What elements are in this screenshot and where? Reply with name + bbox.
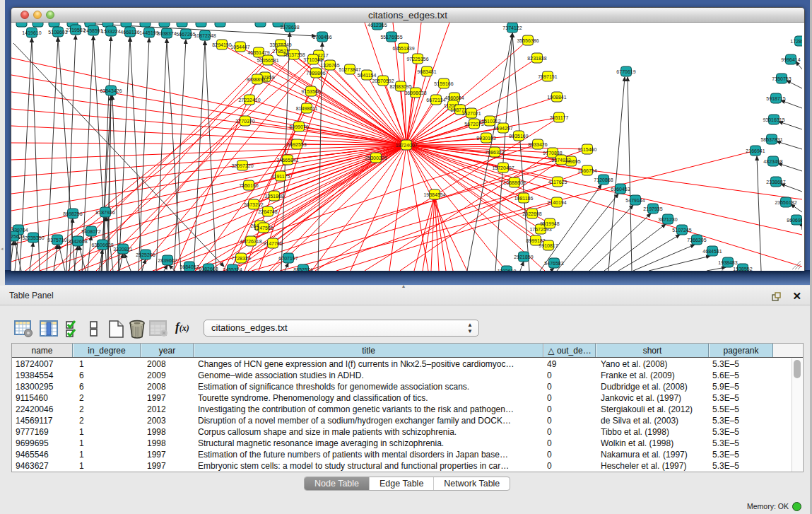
svg-text:1054447: 1054447 [230,45,249,49]
svg-text:9683481: 9683481 [417,69,436,74]
svg-text:7120868: 7120868 [594,177,613,182]
svg-text:9996414: 9996414 [781,57,800,62]
svg-text:3684052: 3684052 [180,264,199,269]
svg-text:2022698: 2022698 [522,211,541,216]
svg-text:5374922: 5374922 [551,158,570,163]
svg-text:63606628: 63606628 [91,243,113,247]
svg-text:4860684: 4860684 [445,95,464,100]
svg-text:1981186: 1981186 [514,196,534,201]
svg-text:8099076: 8099076 [289,124,308,129]
svg-text:7728339: 7728339 [231,256,250,261]
svg-text:58537831: 58537831 [760,137,782,142]
svg-text:8999183: 8999183 [526,238,545,243]
svg-text:7366205: 7366205 [687,238,706,243]
svg-text:9770838: 9770838 [543,151,562,156]
svg-text:36998038: 36998038 [404,90,426,95]
svg-text:6692553: 6692553 [287,142,306,147]
svg-text:2264748: 2264748 [258,209,277,214]
svg-text:3351868: 3351868 [264,194,283,199]
svg-text:5918715: 5918715 [766,96,785,101]
svg-text:7089806: 7089806 [306,71,325,76]
svg-text:9147706: 9147706 [263,241,282,246]
svg-text:8930103: 8930103 [476,136,495,141]
svg-text:5667265: 5667265 [176,32,195,37]
svg-text:7986322: 7986322 [485,150,504,155]
svg-text:5673212: 5673212 [244,202,263,207]
svg-text:32097220: 32097220 [231,163,253,168]
svg-text:5108603: 5108603 [48,30,67,35]
svg-text:78137358: 78137358 [283,52,305,57]
svg-text:4684531: 4684531 [702,249,722,254]
svg-text:10688609: 10688609 [503,180,525,185]
svg-text:5479144: 5479144 [625,198,645,203]
svg-text:10872248: 10872248 [194,33,216,38]
svg-text:7550190: 7550190 [239,183,258,188]
svg-text:25300205: 25300205 [365,156,387,160]
svg-text:81498611: 81498611 [296,106,318,111]
svg-text:5476583: 5476583 [544,261,563,266]
svg-text:3678638: 3678638 [280,25,299,30]
svg-text:63843426: 63843426 [100,88,122,93]
svg-text:5159166: 5159166 [434,81,453,86]
svg-text:8038374: 8038374 [157,31,176,36]
svg-text:1326765: 1326765 [320,63,339,68]
svg-text:6708456: 6708456 [312,35,331,40]
svg-text:27232410: 27232410 [238,98,260,103]
svg-text:5408072: 5408072 [81,229,100,234]
svg-text:5041154: 5041154 [358,73,377,78]
svg-text:2839607: 2839607 [158,258,177,263]
svg-text:4612365: 4612365 [367,23,387,28]
svg-text:4117625: 4117625 [548,180,567,185]
svg-text:9115460: 9115460 [578,147,597,152]
svg-text:2338687: 2338687 [766,180,785,185]
svg-text:19384554: 19384554 [423,192,445,197]
svg-text:50056581: 50056581 [257,58,278,63]
svg-text:45351479: 45351479 [247,50,269,55]
svg-text:8935169: 8935169 [509,134,528,139]
svg-text:2458591: 2458591 [83,28,102,33]
svg-text:52235350: 52235350 [22,235,44,240]
svg-text:4594297: 4594297 [493,126,512,131]
svg-text:24665841: 24665841 [276,158,298,163]
svg-text:3342608: 3342608 [68,239,87,244]
svg-text:35556386: 35556386 [517,38,539,43]
svg-text:1247595: 1247595 [254,226,273,230]
svg-text:2651177: 2651177 [550,115,569,120]
svg-text:82383095: 82383095 [389,84,411,89]
svg-text:1908841: 1908841 [547,95,566,100]
svg-text:3871230: 3871230 [658,217,677,222]
svg-text:3320821: 3320821 [113,247,132,252]
svg-text:8294150: 8294150 [212,42,231,47]
svg-text:15720407: 15720407 [492,165,514,170]
svg-text:9375710: 9375710 [47,238,66,243]
svg-text:8187926: 8187926 [95,210,114,215]
svg-text:1527021: 1527021 [461,111,481,116]
svg-text:6770619: 6770619 [616,69,635,74]
svg-text:5107245: 5107245 [672,228,691,233]
svg-text:9910817: 9910817 [539,243,558,248]
svg-text:5672073: 5672073 [464,122,483,127]
svg-text:4823498: 4823498 [763,159,782,164]
svg-text:3770370: 3770370 [235,119,254,124]
svg-text:2719583: 2719583 [66,28,85,33]
svg-text:97225156: 97225156 [406,57,428,62]
svg-text:1728977: 1728977 [790,39,802,44]
svg-text:1419610: 1419610 [22,30,41,35]
svg-text:9153566: 9153566 [301,89,320,94]
svg-text:63551839: 63551839 [392,46,414,51]
svg-text:1538552: 1538552 [733,267,752,271]
svg-text:2197935: 2197935 [643,206,662,211]
svg-text:4668136: 4668136 [120,30,139,35]
svg-text:41726318: 41726318 [240,239,261,244]
svg-text:6707197: 6707197 [278,256,298,261]
svg-text:51273847: 51273847 [339,67,360,72]
svg-text:2166941: 2166941 [746,148,765,153]
svg-text:18724007: 18724007 [395,143,417,148]
svg-text:7897151: 7897151 [538,74,557,79]
svg-text:2140194: 2140194 [547,200,566,205]
svg-text:3710343: 3710343 [303,57,322,62]
svg-text:7455324: 7455324 [223,267,242,271]
svg-text:6960453: 6960453 [611,187,630,192]
svg-text:4191175: 4191175 [271,174,290,179]
svg-text:8033426: 8033426 [528,142,547,147]
